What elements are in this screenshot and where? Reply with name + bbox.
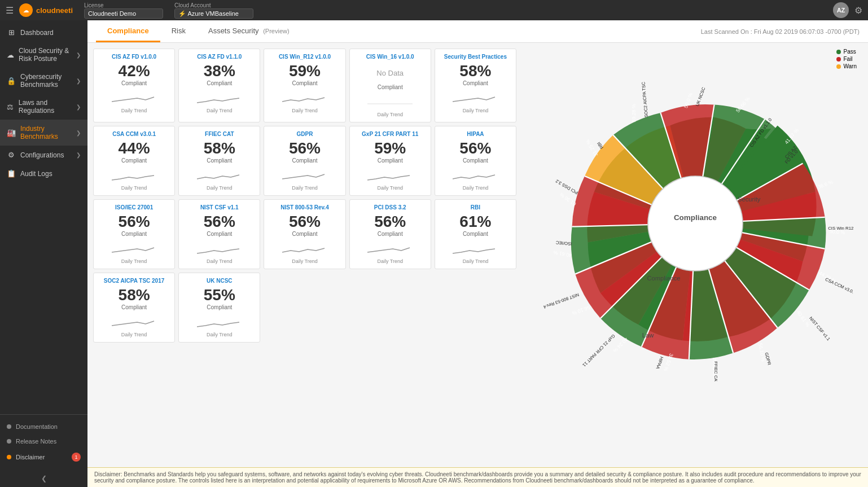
tabs-bar: Compliance Risk Assets Security (Preview… [87,20,868,43]
card-header-ffiec[interactable]: FFIEC CAT [183,131,255,137]
card-header-cis-win-r12[interactable]: CIS Win_R12 v1.0.0 [269,54,340,60]
card-label-security-best: Compliant [440,80,511,86]
card-nist-800: NIST 800-53 Rev.4 56% Compliant Daily Tr… [264,199,345,269]
svg-text:38.52 %: 38.52 % [663,353,674,372]
disclaimer-bar: Disclaimer: Benchmarks and Standards hel… [87,467,868,487]
compliance-content: CIS AZ FD v1.0.0 42% Compliant Daily Tre… [87,43,868,467]
sidebar-item-laws[interactable]: ⚖ Laws and Regulations ❯ [0,94,87,120]
svg-text:FFIEC CAT: FFIEC CAT [713,361,718,381]
card-header-nist-csf[interactable]: NIST CSF v1.1 [183,204,255,210]
card-label-nist-800: Compliant [269,231,340,237]
card-header-nist-800[interactable]: NIST 800-53 Rev.4 [269,204,340,210]
card-header-cis-win-16[interactable]: CIS Win_16 v1.0.0 [354,54,426,60]
card-trend-security-best [440,90,511,107]
card-header-hipaa[interactable]: HIPAA [440,131,511,137]
sidebar-bottom: Documentation Release Notes Disclaimer 1 [0,414,87,470]
sidebar-bottom-disclaimer[interactable]: Disclaimer 1 [0,449,87,466]
card-trend-pci [354,240,426,257]
svg-text:CIS Win R12 v1.0.0: CIS Win R12 v1.0.0 [828,226,853,231]
hamburger-menu[interactable]: ☰ [6,5,14,16]
card-security-best: Security Best Practices 58% Compliant Da… [435,49,516,122]
card-header-cis-az-fd-v100[interactable]: CIS AZ FD v1.0.0 [98,54,170,60]
cybersecurity-icon: 🔒 [7,77,16,85]
card-csa-ccm: CSA CCM v3.0.1 44% Compliant Daily Trend [93,126,175,196]
sidebar-bottom-release-notes[interactable]: Release Notes [0,434,87,449]
cybersecurity-chevron: ❯ [76,78,81,84]
license-label: License [84,2,163,8]
legend-pass-dot [836,50,841,54]
tab-compliance[interactable]: Compliance [96,21,160,42]
tab-assets-security[interactable]: Assets Security (Preview) [197,21,301,42]
disclaimer-badge: 1 [72,453,81,462]
card-header-pci[interactable]: PCI DSS 3.2 [354,204,426,210]
card-trend-cis-az-fd-v110 [183,90,255,107]
card-header-rbi[interactable]: RBI [440,204,511,210]
card-header-csa-ccm[interactable]: CSA CCM v3.0.1 [98,131,170,137]
main-layout: ⊞ Dashboard ☁ Cloud Security & Risk Post… [0,20,868,487]
card-pct-ffiec: 58% [183,141,255,156]
industry-chevron: ❯ [76,130,81,136]
card-trend-label-nist-csf: Daily Trend [183,258,255,264]
logo-icon: ☁ [19,3,33,17]
sidebar-item-cloud-security[interactable]: ☁ Cloud Security & Risk Posture ❯ [0,42,87,68]
card-pct-cis-az-fd-v100: 42% [98,63,170,79]
card-pct-cis-az-fd-v110: 38% [183,63,255,79]
card-header-security-best[interactable]: Security Best Practices [440,54,511,60]
card-label-iso: Compliant [98,231,170,237]
svg-text:36.6 %: 36.6 % [817,179,834,190]
sidebar-bottom-documentation[interactable]: Documentation [0,419,87,434]
license-select[interactable]: Cloudneeti Demo [84,8,163,19]
svg-text:ISO/IEC: ISO/IEC [555,240,572,246]
card-header-soc2[interactable]: SOC2 AICPA TSC 2017 [98,278,170,284]
svg-text:UK NCSC: UK NCSC [695,86,707,107]
card-pct-nist-800: 56% [269,214,340,230]
card-trend-hipaa [440,167,511,184]
card-header-uk-ncsc[interactable]: UK NCSC [183,278,255,284]
sidebar-item-industry-label: Industry Benchmarks [20,125,72,141]
legend-pass: Pass [836,49,857,55]
card-trend-label-cis-az-fd-v110: Daily Trend [183,108,255,113]
card-header-cis-az-fd-v110[interactable]: CIS AZ FD v1.1.0 [183,54,255,60]
sidebar-item-cybersecurity[interactable]: 🔒 Cybersecurity Benchmarks ❯ [0,68,87,94]
sidebar-item-industry[interactable]: 🏭 Industry Benchmarks ❯ [0,120,87,146]
sidebar-nav: ⊞ Dashboard ☁ Cloud Security & Risk Post… [0,20,87,414]
card-label-ffiec: Compliant [183,157,255,164]
documentation-dot [7,424,11,429]
sidebar-collapse-arrow[interactable]: ❮ [0,470,87,487]
disclaimer-label: Disclaimer [16,454,45,460]
card-trend-label-gdpr: Daily Trend [269,185,340,191]
card-trend-label-cis-win-16: Daily Trend [354,112,426,117]
documentation-label: Documentation [16,423,58,430]
settings-icon[interactable]: ⚙ [854,5,862,16]
sidebar-item-dashboard[interactable]: ⊞ Dashboard [0,23,87,42]
card-uk-ncsc: UK NCSC 55% Compliant Daily Trend [178,273,260,343]
industry-icon: 🏭 [7,129,16,137]
svg-text:56.10 %: 56.10 % [571,305,590,317]
card-header-gdpr[interactable]: GDPR [269,131,340,137]
card-header-iso[interactable]: ISO/IEC 27001 [98,204,170,210]
tab-risk[interactable]: Risk [160,21,197,42]
legend-pass-label: Pass [843,49,856,55]
sidebar-item-configurations[interactable]: ⚙ Configurations ❯ [0,146,87,164]
card-gdpr: GDPR 56% Compliant Daily Trend [264,126,345,196]
sidebar-item-audit-logs[interactable]: 📋 Audit Logs [0,164,87,183]
card-pct-nist-csf: 56% [183,214,255,230]
cards-grid: CIS AZ FD v1.0.0 42% Compliant Daily Tre… [93,49,516,343]
donut-chart: Compliance Security Law [537,65,853,381]
card-label-nist-csf: Compliant [183,231,255,237]
svg-text:Compliance: Compliance [673,213,717,222]
sidebar-item-cybersecurity-label: Cybersecurity Benchmarks [20,73,72,89]
card-header-gxp[interactable]: GxP 21 CFR PART 11 [354,131,426,137]
laws-icon: ⚖ [7,103,14,111]
card-trend-label-cis-win-r12: Daily Trend [269,108,340,113]
card-trend-uk-ncsc [183,314,255,331]
cloud-account-select[interactable]: ⚡ Azure VMBaseline [174,8,253,19]
card-cis-az-fd-v110: CIS AZ FD v1.1.0 38% Compliant Daily Tre… [178,49,260,122]
svg-text:PCI DSS 3.2: PCI DSS 3.2 [554,178,578,195]
card-cis-win-r12: CIS Win_R12 v1.0.0 59% Compliant Daily T… [264,49,345,122]
card-label-hipaa: Compliant [440,157,511,164]
card-pct-hipaa: 56% [440,141,511,156]
disclaimer-dot [7,455,11,459]
svg-text:SOC2 AICPA TSC: SOC2 AICPA TSC [641,81,649,117]
chart-section: Pass Fail Warn [522,43,868,467]
